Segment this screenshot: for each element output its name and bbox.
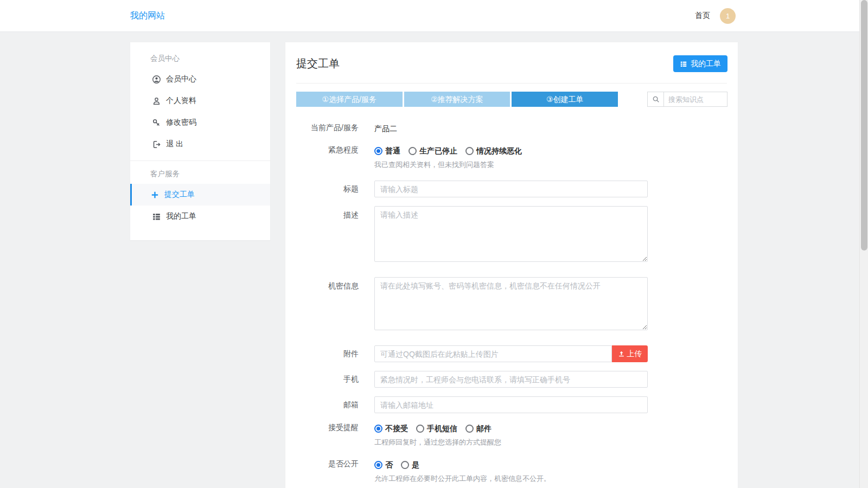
search-input[interactable] bbox=[664, 92, 727, 106]
radio-notify-none[interactable]: 不接受 bbox=[374, 424, 408, 434]
sidebar: 会员中心 会员中心 个人资料 bbox=[130, 42, 270, 240]
user-icon bbox=[152, 97, 161, 106]
knowledge-search bbox=[647, 92, 727, 107]
sidebar-item-label: 我的工单 bbox=[166, 211, 196, 221]
sidebar-item-member-center[interactable]: 会员中心 bbox=[130, 68, 270, 90]
secret-info-textarea[interactable] bbox=[374, 277, 648, 330]
form-row-email: 邮箱 bbox=[296, 396, 727, 413]
field-label: 附件 bbox=[296, 345, 359, 362]
radio-dot bbox=[465, 425, 474, 433]
scrollbar-thumb[interactable] bbox=[861, 0, 867, 251]
form-row-attachment: 附件 上传 bbox=[296, 345, 727, 362]
page-title: 提交工单 bbox=[296, 56, 340, 71]
field-label: 当前产品/服务 bbox=[296, 123, 359, 134]
sidebar-item-change-password[interactable]: 修改密码 bbox=[130, 112, 270, 133]
radio-urgency-production-stopped[interactable]: 生产已停止 bbox=[409, 146, 457, 156]
step-select-product[interactable]: ①选择产品/服务 bbox=[296, 92, 403, 107]
form-row-notify: 接受提醒 不接受 手机短信 邮件 bbox=[296, 423, 727, 447]
list-icon bbox=[680, 60, 687, 68]
form-row-phone: 手机 bbox=[296, 371, 727, 388]
wizard-steps: ①选择产品/服务 ②推荐解决方案 ③创建工单 bbox=[296, 92, 618, 107]
step-recommend-solution[interactable]: ②推荐解决方案 bbox=[404, 92, 510, 107]
field-label: 描述 bbox=[296, 206, 359, 264]
email-input[interactable] bbox=[374, 396, 648, 413]
site-logo[interactable]: 我的网站 bbox=[130, 10, 165, 22]
form-row-current-product: 当前产品/服务 产品二 bbox=[296, 123, 727, 134]
sidebar-item-profile[interactable]: 个人资料 bbox=[130, 90, 270, 112]
radio-dot bbox=[374, 147, 382, 155]
user-avatar[interactable]: 1 bbox=[720, 8, 736, 24]
logout-icon bbox=[152, 140, 161, 149]
radio-dot bbox=[465, 147, 474, 155]
public-helper-text: 允许工程师在必要时公开此工单内容，机密信息不公开。 bbox=[374, 474, 648, 484]
field-label: 邮箱 bbox=[296, 396, 359, 413]
user-circle-icon bbox=[152, 75, 161, 84]
ticket-panel: 提交工单 我的工单 ①选择产品/服务 ②推荐解决方案 ③创建工单 bbox=[285, 42, 738, 488]
sidebar-item-label: 个人资料 bbox=[166, 96, 196, 106]
search-icon bbox=[648, 92, 664, 106]
my-tickets-button[interactable]: 我的工单 bbox=[673, 55, 727, 72]
form-row-secret: 机密信息 bbox=[296, 277, 727, 332]
radio-dot bbox=[374, 425, 382, 433]
title-input[interactable] bbox=[374, 181, 648, 197]
urgency-helper-text: 我已查阅相关资料，但未找到问题答案 bbox=[374, 160, 648, 170]
field-label: 标题 bbox=[296, 181, 359, 197]
browser-scrollbar bbox=[859, 0, 868, 488]
step-create-ticket[interactable]: ③创建工单 bbox=[512, 92, 618, 107]
sidebar-item-logout[interactable]: 退 出 bbox=[130, 133, 270, 155]
radio-urgency-normal[interactable]: 普通 bbox=[374, 146, 400, 156]
ticket-form: 当前产品/服务 产品二 紧急程度 普通 生产已停止 bbox=[285, 107, 738, 488]
upload-icon bbox=[618, 350, 625, 357]
notify-helper-text: 工程师回复时，通过您选择的方式提醒您 bbox=[374, 438, 648, 447]
radio-notify-email[interactable]: 邮件 bbox=[465, 424, 492, 434]
notify-radio-group: 不接受 手机短信 邮件 bbox=[374, 423, 648, 434]
urgency-radio-group: 普通 生产已停止 情况持续恶化 bbox=[374, 145, 648, 157]
nav-home-link[interactable]: 首页 bbox=[695, 11, 710, 21]
key-icon bbox=[152, 118, 161, 127]
radio-urgency-worsening[interactable]: 情况持续恶化 bbox=[465, 146, 522, 156]
radio-dot bbox=[401, 461, 409, 469]
top-navbar: 我的网站 首页 1 bbox=[0, 0, 868, 32]
phone-input[interactable] bbox=[374, 371, 648, 388]
sidebar-section-title-member: 会员中心 bbox=[130, 53, 270, 64]
current-product-value: 产品二 bbox=[374, 123, 648, 134]
field-label: 手机 bbox=[296, 371, 359, 388]
description-textarea[interactable] bbox=[374, 206, 648, 262]
attachment-input[interactable] bbox=[374, 345, 612, 362]
sidebar-item-label: 会员中心 bbox=[166, 74, 196, 84]
form-row-public: 是否公开 否 是 允许工程师在必要时公开此工单内容，机密信息不公开。 bbox=[296, 459, 727, 484]
field-label: 接受提醒 bbox=[296, 423, 359, 447]
radio-dot bbox=[409, 147, 417, 155]
form-row-urgency: 紧急程度 普通 生产已停止 情况持续恶化 bbox=[296, 145, 727, 170]
sidebar-item-label: 修改密码 bbox=[166, 118, 196, 127]
radio-notify-sms[interactable]: 手机短信 bbox=[416, 424, 457, 434]
plus-icon bbox=[150, 190, 159, 200]
radio-public-no[interactable]: 否 bbox=[374, 460, 393, 470]
sidebar-item-label: 退 出 bbox=[166, 139, 183, 149]
upload-button[interactable]: 上传 bbox=[612, 345, 648, 362]
radio-dot bbox=[374, 461, 382, 469]
field-label: 机密信息 bbox=[296, 277, 359, 332]
form-row-title: 标题 bbox=[296, 181, 727, 197]
sidebar-section-title-service: 客户服务 bbox=[130, 169, 270, 179]
radio-public-yes[interactable]: 是 bbox=[401, 460, 419, 470]
list-icon bbox=[152, 212, 161, 221]
public-radio-group: 否 是 bbox=[374, 459, 648, 471]
sidebar-item-label: 提交工单 bbox=[164, 190, 195, 200]
sidebar-item-submit-ticket[interactable]: 提交工单 bbox=[130, 184, 270, 206]
field-label: 紧急程度 bbox=[296, 145, 359, 170]
field-label: 是否公开 bbox=[296, 459, 359, 484]
sidebar-item-my-tickets[interactable]: 我的工单 bbox=[130, 206, 270, 227]
radio-dot bbox=[416, 425, 424, 433]
form-row-description: 描述 bbox=[296, 206, 727, 264]
